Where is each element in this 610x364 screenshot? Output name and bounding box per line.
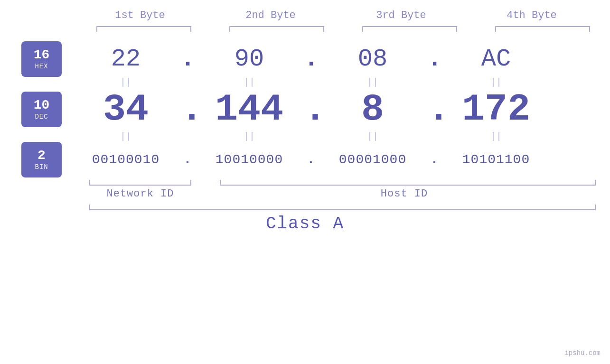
bin-base-label: BIN [35, 163, 48, 171]
bin-badge: 2 BIN [21, 142, 62, 177]
top-brackets [75, 26, 597, 32]
equals-section-1: || || || || [71, 77, 610, 88]
byte-headers: 1st Byte 2nd Byte 3rd Byte 4th Byte [75, 9, 597, 21]
class-label: Class A [0, 214, 610, 233]
byte3-header: 3rd Byte [347, 9, 456, 21]
bin-byte3: 00001000 [318, 152, 427, 167]
bracket-byte1 [96, 26, 191, 32]
equals-section-2: || || || || [71, 131, 610, 142]
hex-base-number: 16 [34, 48, 50, 63]
byte2-header: 2nd Byte [216, 9, 325, 21]
equals-1-b3: || [318, 77, 427, 88]
dec-byte2: 144 [195, 88, 304, 131]
bottom-area: Network ID Host ID Class A [0, 180, 610, 233]
bottom-brackets-row [0, 180, 610, 186]
bracket-byte4 [495, 26, 590, 32]
dec-byte3: 8 [318, 88, 427, 131]
class-bracket-row [0, 205, 610, 210]
hex-byte1: 22 [71, 45, 180, 73]
dec-base-label: DEC [35, 113, 48, 121]
dec-row: 10 DEC 34 . 144 . 8 . 172 [0, 88, 610, 131]
host-id-label: Host ID [213, 188, 596, 200]
dec-dot3: . [427, 88, 441, 131]
equals-2-b3: || [318, 131, 427, 142]
hex-dot1: . [180, 45, 195, 73]
dec-values: 34 . 144 . 8 . 172 [71, 88, 610, 131]
dec-byte1: 34 [71, 88, 180, 131]
hex-values: 22 . 90 . 08 . AC [71, 45, 610, 73]
main-container: 1st Byte 2nd Byte 3rd Byte 4th Byte 16 H… [0, 0, 610, 364]
hex-badge: 16 HEX [21, 41, 62, 77]
dec-byte4: 172 [441, 88, 551, 131]
hex-byte4: AC [441, 45, 551, 73]
labels-row: Network ID Host ID [0, 188, 610, 200]
network-id-label: Network ID [89, 188, 191, 200]
dec-badge: 10 DEC [21, 92, 62, 127]
equals-2-b2: || [195, 131, 304, 142]
watermark: ipshu.com [564, 349, 601, 357]
byte1-header: 1st Byte [85, 9, 195, 21]
network-bracket [89, 180, 191, 186]
bin-dot3: . [427, 152, 441, 167]
hex-byte3: 08 [318, 45, 427, 73]
bin-base-number: 2 [38, 149, 46, 163]
hex-base-label: HEX [35, 63, 48, 70]
equals-row-2: || || || || [0, 131, 610, 142]
bin-dot2: . [304, 152, 318, 167]
hex-dot3: . [427, 45, 441, 73]
hex-row: 16 HEX 22 . 90 . 08 . AC [0, 41, 610, 77]
bin-row: 2 BIN 00100010 . 10010000 . 00001000 . 1… [0, 142, 610, 177]
equals-2-b1: || [71, 131, 180, 142]
equals-1-b4: || [441, 77, 551, 88]
bin-byte1: 00100010 [71, 152, 180, 167]
host-bracket [220, 180, 596, 186]
hex-dot2: . [304, 45, 318, 73]
bracket-byte3 [362, 26, 457, 32]
dec-base-number: 10 [34, 98, 50, 113]
bracket-byte2 [229, 26, 324, 32]
bin-dot1: . [180, 152, 195, 167]
dec-dot2: . [304, 88, 318, 131]
bin-byte2: 10010000 [195, 152, 304, 167]
equals-row-1: || || || || [0, 77, 610, 88]
dec-dot1: . [180, 88, 195, 131]
byte4-header: 4th Byte [477, 9, 586, 21]
bin-values: 00100010 . 10010000 . 00001000 . 1010110… [71, 152, 610, 167]
equals-1-b1: || [71, 77, 180, 88]
hex-byte2: 90 [195, 45, 304, 73]
bin-byte4: 10101100 [441, 152, 551, 167]
equals-2-b4: || [441, 131, 551, 142]
class-bracket [89, 205, 596, 210]
equals-1-b2: || [195, 77, 304, 88]
